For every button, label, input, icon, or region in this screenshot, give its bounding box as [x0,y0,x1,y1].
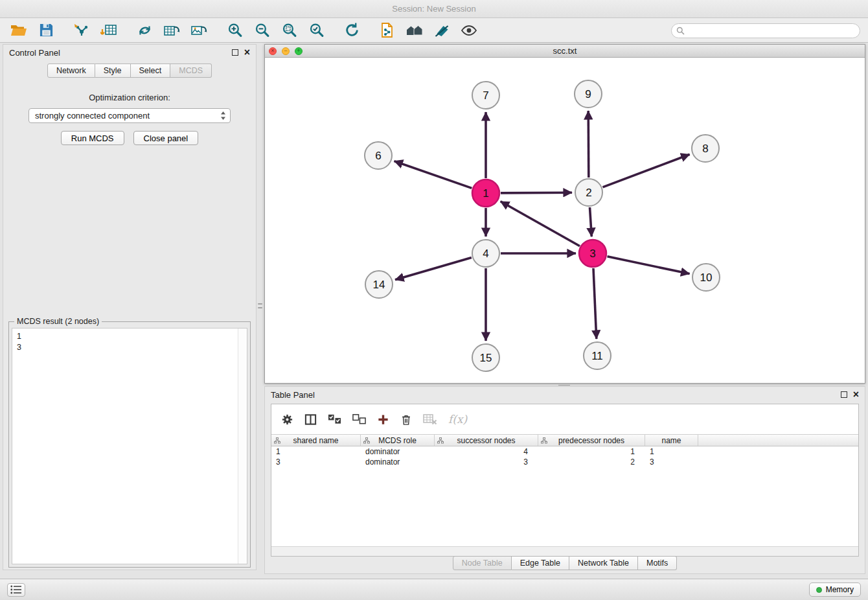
refresh-view-button[interactable] [338,20,365,41]
network-window-titlebar[interactable]: scc.txt × − + [265,45,865,58]
graph-node-label-10: 10 [700,271,713,284]
column-header-filler [698,435,858,446]
graph-node-label-6: 6 [375,150,381,162]
table-row[interactable]: 3 dominator 3 2 3 [271,457,858,467]
cell-name[interactable]: 1 [645,447,698,456]
table-tabs: Node Table Edge Table Network Table Moti… [265,556,865,570]
cell-mcds-role[interactable]: dominator [361,457,435,467]
style-brush-icon [434,23,450,38]
save-session-button[interactable] [32,20,60,41]
vertical-splitter-grip[interactable] [258,299,262,313]
mcds-button-row: Run MCDS Close panel [3,131,256,145]
export-image-icon [190,23,207,38]
zoom-selected-button[interactable] [303,20,330,41]
graph-edge-4-14[interactable] [395,257,472,279]
tab-motifs[interactable]: Motifs [638,556,677,570]
column-header-mcds-role[interactable]: MCDS role [361,435,435,446]
open-session-button[interactable] [5,20,32,41]
column-header-predecessor-nodes[interactable]: predecessor nodes [538,435,645,446]
network-canvas[interactable]: 7968124314101511 [265,58,865,383]
table-row[interactable]: 1 dominator 4 1 1 [271,446,858,457]
graph-edge-2-9[interactable] [588,111,589,178]
maximize-window-icon[interactable]: + [295,47,303,55]
column-header-name[interactable]: name [645,435,698,446]
tab-edge-table[interactable]: Edge Table [512,556,569,570]
select-all-rows-button[interactable] [328,414,341,424]
search-field[interactable] [671,23,860,38]
cell-shared-name[interactable]: 1 [271,447,361,456]
column-header-shared-name[interactable]: shared name [271,435,361,446]
network-graph[interactable]: 7968124314101511 [265,58,865,383]
graph-edge-3-11[interactable] [593,268,597,339]
delete-table-button[interactable] [423,413,437,425]
column-label: shared name [293,436,338,445]
task-history-button[interactable] [7,583,25,597]
column-type-icon [437,437,444,444]
table-container: f(x) shared name MCDS role successor nod… [271,404,859,557]
column-header-successor-nodes[interactable]: successor nodes [435,435,538,446]
graph-edge-2-8[interactable] [603,154,690,187]
graph-node-label-15: 15 [480,352,492,364]
deselect-all-rows-button[interactable] [352,414,366,424]
float-panel-icon[interactable] [841,391,847,398]
graph-node-label-8: 8 [702,143,708,155]
apply-layout-button[interactable] [131,20,158,41]
cell-successor-nodes[interactable]: 3 [435,457,538,467]
tab-network[interactable]: Network [47,63,95,78]
cell-predecessor-nodes[interactable]: 1 [538,447,645,456]
graph-edge-2-3[interactable] [590,207,592,237]
optimization-criterion-label: Optimization criterion: [3,93,256,102]
apply-style-button[interactable] [428,20,455,41]
tab-select[interactable]: Select [131,63,171,78]
cell-shared-name[interactable]: 3 [271,457,361,467]
zoom-out-button[interactable] [248,20,275,41]
home-button[interactable] [401,20,428,41]
layout-arrows-icon [137,23,153,38]
graph-edge-3-10[interactable] [608,257,690,274]
zoom-fit-button[interactable] [275,20,303,41]
mcds-result-area: 1 3 [12,328,247,564]
run-mcds-button[interactable]: Run MCDS [61,131,124,145]
export-table-button[interactable] [158,20,185,41]
export-image-button[interactable] [185,20,212,41]
zoom-fit-icon [281,22,297,38]
tab-style[interactable]: Style [95,63,131,78]
zoom-in-button[interactable] [221,20,248,41]
graph-edge-1-2[interactable] [501,192,572,193]
import-table-button[interactable] [95,20,122,41]
document-network-icon [380,22,395,38]
function-builder-button[interactable]: f(x) [448,413,467,426]
criterion-dropdown[interactable]: strongly connected component [29,108,231,123]
cell-name[interactable]: 3 [645,457,698,467]
zoom-selected-icon [308,22,325,38]
tab-mcds[interactable]: MCDS [170,63,212,78]
graph-edge-3-1[interactable] [501,202,580,246]
clone-network-button[interactable] [374,20,401,41]
close-panel-icon[interactable]: × [853,391,859,398]
tab-network-table[interactable]: Network Table [569,556,638,570]
control-panel-header: Control Panel × [3,45,256,60]
cell-mcds-role[interactable]: dominator [361,447,435,456]
graph-edge-1-6[interactable] [394,161,472,189]
show-graphics-details-button[interactable] [455,20,483,41]
minimize-window-icon[interactable]: − [282,47,290,55]
result-scrollbar[interactable] [238,329,247,564]
create-column-button[interactable] [377,413,389,426]
cell-successor-nodes[interactable]: 4 [435,447,538,456]
refresh-icon [344,22,360,38]
close-panel-icon[interactable]: × [244,49,250,56]
criterion-dropdown-value: strongly connected component [35,111,220,121]
close-window-icon[interactable]: × [269,47,277,55]
tab-node-table[interactable]: Node Table [453,556,512,570]
cell-predecessor-nodes[interactable]: 2 [538,457,645,467]
delete-column-button[interactable] [400,413,412,426]
import-network-button[interactable] [68,20,95,41]
memory-button[interactable]: Memory [809,583,861,597]
search-input[interactable] [687,24,860,38]
table-settings-button[interactable] [281,413,293,426]
show-columns-button[interactable] [304,413,317,426]
table-horizontal-scrollbar[interactable] [271,546,858,556]
float-panel-icon[interactable] [232,49,238,56]
mcds-result-line: 1 [17,331,233,342]
close-panel-button[interactable]: Close panel [133,131,199,145]
